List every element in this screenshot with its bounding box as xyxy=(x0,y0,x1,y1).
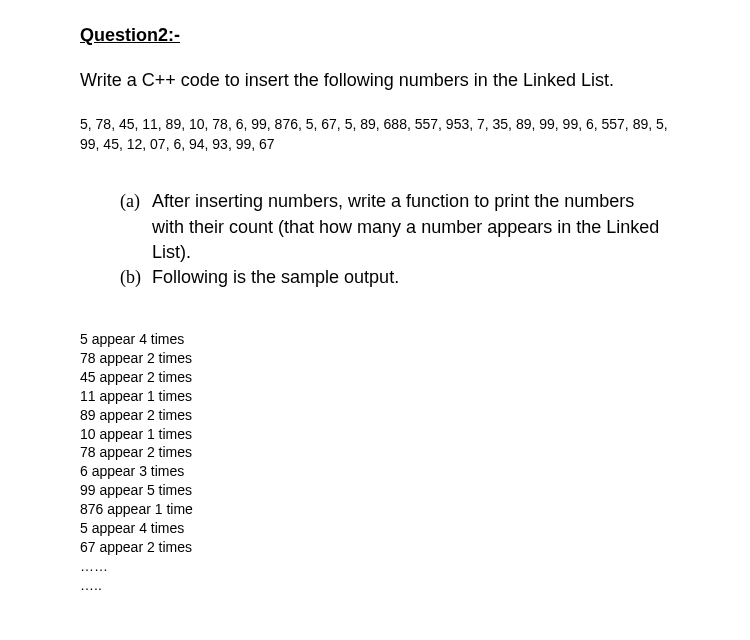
subpart-b: (b) Following is the sample output. xyxy=(120,265,670,290)
output-line: 876 appear 1 time xyxy=(80,500,670,519)
output-line: 6 appear 3 times xyxy=(80,462,670,481)
output-line: 99 appear 5 times xyxy=(80,481,670,500)
intro-text: Write a C++ code to insert the following… xyxy=(80,68,670,93)
subpart-b-label: (b) xyxy=(120,265,152,290)
numbers-list: 5, 78, 45, 11, 89, 10, 78, 6, 99, 876, 5… xyxy=(80,115,670,154)
output-line: ….. xyxy=(80,576,670,595)
subpart-a-label: (a) xyxy=(120,189,152,265)
subparts-container: (a) After inserting numbers, write a fun… xyxy=(80,189,670,290)
output-line: 5 appear 4 times xyxy=(80,519,670,538)
subpart-a-text: After inserting numbers, write a functio… xyxy=(152,189,670,265)
output-line: 78 appear 2 times xyxy=(80,443,670,462)
output-line: 5 appear 4 times xyxy=(80,330,670,349)
output-line: 45 appear 2 times xyxy=(80,368,670,387)
output-line: 10 appear 1 times xyxy=(80,425,670,444)
output-line: 89 appear 2 times xyxy=(80,406,670,425)
output-line: 11 appear 1 times xyxy=(80,387,670,406)
output-line: 67 appear 2 times xyxy=(80,538,670,557)
question-title: Question2:- xyxy=(80,25,670,46)
output-line: 78 appear 2 times xyxy=(80,349,670,368)
subpart-a: (a) After inserting numbers, write a fun… xyxy=(120,189,670,265)
output-line: …… xyxy=(80,557,670,576)
sample-output: 5 appear 4 times 78 appear 2 times 45 ap… xyxy=(80,330,670,594)
subpart-b-text: Following is the sample output. xyxy=(152,265,670,290)
